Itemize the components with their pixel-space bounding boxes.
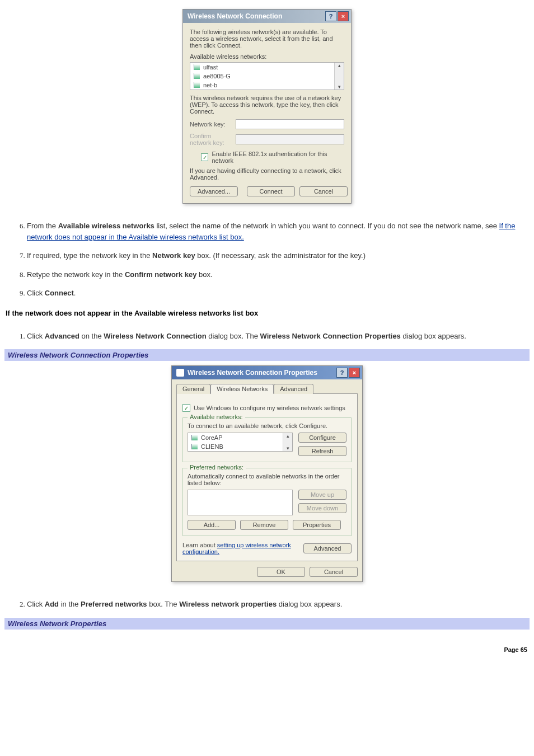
network-item[interactable]: ae8005-G [190, 72, 334, 81]
step-9: Click Connect. [27, 288, 530, 299]
scrollbar[interactable]: ▴▾ [334, 63, 344, 90]
confirm-key-input [236, 134, 344, 144]
ok-button[interactable]: OK [257, 567, 305, 577]
instruction-list-c: Click Add in the Preferred networks box.… [4, 599, 530, 610]
app-icon [176, 369, 184, 377]
tab-wireless-networks[interactable]: Wireless Networks [210, 384, 274, 394]
ieee-check-label: Enable IEEE 802.1x authentication for th… [212, 151, 344, 164]
network-item[interactable]: ulfast [190, 63, 334, 72]
cancel-button[interactable]: Cancel [310, 567, 358, 577]
available-network-item[interactable]: CoreAP [188, 433, 283, 442]
network-key-input[interactable] [236, 119, 344, 129]
step-7: If required, type the network key in the… [27, 250, 530, 261]
dialog-titlebar: Wireless Network Connection ? × [183, 10, 351, 23]
blue-header-2: Wireless Network Properties [4, 618, 530, 630]
help-icon[interactable]: ? [336, 368, 348, 378]
properties-button[interactable]: Properties [293, 520, 341, 530]
available-network-item[interactable]: CLIENB [188, 442, 283, 451]
wifi-icon [194, 82, 200, 88]
preferred-networks-text: Automatically connect to available netwo… [188, 473, 346, 486]
close-icon[interactable]: × [338, 11, 349, 21]
refresh-button[interactable]: Refresh [298, 446, 346, 456]
dialog-titlebar: Wireless Network Connection Properties ?… [172, 366, 362, 379]
wireless-connection-dialog: Wireless Network Connection ? × The foll… [182, 9, 352, 204]
dialog-title: Wireless Network Connection Properties [188, 369, 317, 377]
network-key-label: Network key: [190, 121, 232, 128]
advanced-button[interactable]: Advanced [303, 543, 352, 553]
wifi-icon [194, 73, 200, 79]
help-icon[interactable]: ? [325, 11, 336, 21]
configure-button[interactable]: Configure [298, 433, 346, 443]
move-up-button: Move up [298, 490, 346, 500]
preferred-networks-list[interactable] [188, 490, 293, 515]
page-number: Page 65 [4, 646, 527, 653]
connect-button[interactable]: Connect [247, 186, 295, 196]
step-6: From the Available wireless networks lis… [27, 220, 530, 242]
step-8: Retype the network key in the Confirm ne… [27, 269, 530, 280]
step-c2: Click Add in the Preferred networks box.… [27, 599, 530, 610]
available-networks-text: To connect to an available network, clic… [188, 422, 346, 429]
preferred-networks-legend: Preferred networks: [188, 464, 246, 471]
section-heading-not-appear: If the network does not appear in the Av… [6, 309, 530, 317]
advanced-button[interactable]: Advanced... [190, 186, 238, 196]
wifi-icon [191, 435, 198, 440]
available-networks-legend: Available networks: [188, 414, 245, 420]
use-windows-checkbox[interactable]: ✓ [182, 404, 190, 412]
use-windows-label: Use Windows to configure my wireless net… [194, 405, 345, 411]
cancel-button[interactable]: Cancel [299, 186, 348, 196]
scrollbar[interactable]: ▴▾ [283, 433, 292, 451]
instruction-list-b: Click Advanced on the Wireless Network C… [4, 331, 530, 342]
difficulty-text: If you are having difficulty connecting … [190, 167, 344, 181]
remove-button[interactable]: Remove [240, 520, 288, 530]
network-item[interactable]: net-b [190, 81, 334, 90]
ieee-checkbox[interactable]: ✓ [201, 153, 208, 161]
wifi-icon [191, 444, 198, 449]
instruction-list-a: From the Available wireless networks lis… [4, 220, 530, 299]
close-icon[interactable]: × [349, 368, 360, 378]
move-down-button: Move down [298, 503, 346, 513]
wep-text: This wireless network requires the use o… [190, 95, 344, 115]
step-b1: Click Advanced on the Wireless Network C… [27, 331, 530, 342]
tab-general[interactable]: General [176, 384, 210, 394]
dialog-title: Wireless Network Connection [188, 12, 282, 20]
available-networks-label: Available wireless networks: [190, 53, 344, 60]
blue-header-1: Wireless Network Connection Properties [4, 349, 530, 361]
add-button[interactable]: Add... [188, 520, 236, 530]
wifi-icon [194, 64, 200, 70]
dialog-intro: The following wireless network(s) are av… [190, 29, 344, 49]
tab-advanced[interactable]: Advanced [274, 384, 313, 394]
confirm-key-label: Confirm network key: [190, 133, 232, 146]
connection-properties-dialog: Wireless Network Connection Properties ?… [171, 365, 363, 582]
